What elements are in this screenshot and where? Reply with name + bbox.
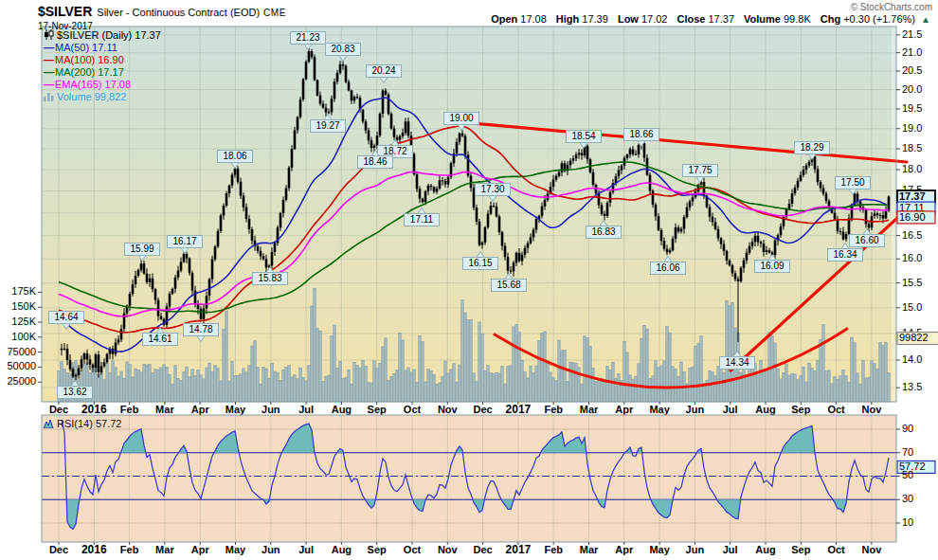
month-label: Sep	[791, 404, 810, 415]
legend-ma100-label: MA(100) 16.90	[55, 54, 124, 65]
month-label: Sep	[791, 544, 810, 555]
annotation-text: 18.29	[800, 142, 823, 153]
annotation-text: 16.09	[760, 261, 784, 271]
month-label: Nov	[862, 404, 883, 415]
price-tick-label: 20.5	[902, 64, 922, 76]
rsi-legend: RSI(14) 57.72	[44, 418, 121, 429]
open-label: Open	[491, 13, 517, 25]
month-label: Jun	[686, 404, 705, 415]
month-label: 2016	[81, 403, 107, 416]
rsi-tick-label: 90	[902, 423, 913, 434]
month-label: Jul	[723, 544, 738, 555]
close-label: Close	[677, 13, 706, 25]
annotation-text: 21.23	[296, 32, 319, 43]
month-label: Apr	[615, 544, 634, 555]
rsi-tick-label: 50	[902, 469, 913, 480]
legend-volume-label: Volume 99,822	[57, 91, 126, 102]
month-label: Mar	[155, 404, 174, 415]
volume-tick-label: 75000	[7, 346, 36, 357]
price-tick-label: 15.0	[902, 301, 922, 313]
legend-main-row: $SILVER (Daily) 17.37	[44, 29, 161, 42]
month-label: Dec	[49, 544, 68, 555]
axis-tag-text: 99822	[899, 332, 929, 343]
volume-tick-label: 25000	[7, 375, 36, 387]
axis-tag-text: 16.90	[899, 211, 926, 223]
month-label: Sep	[368, 544, 387, 555]
annotation-text: 20.83	[331, 44, 354, 54]
price-tick-label: 13.5	[902, 381, 922, 392]
axis-price-tag: 16.90	[897, 211, 935, 224]
price-tick-label: 16.5	[902, 229, 922, 241]
month-label: May	[225, 544, 246, 555]
high-label: High	[556, 13, 579, 25]
annotation-text: 16.17	[172, 236, 196, 246]
month-label: 2016	[81, 543, 107, 556]
annotation-text: 14.61	[148, 334, 171, 344]
month-label: Nov	[438, 544, 459, 555]
copyright-link[interactable]: © StockCharts.com	[851, 2, 932, 12]
price-tick-label: 19.0	[902, 122, 922, 134]
annotation-text: 14.64	[54, 312, 78, 322]
annotation-text: 15.83	[258, 273, 281, 283]
line-swatch-icon: —	[44, 66, 54, 78]
change-value: +0.30 (+1.76%)	[843, 13, 915, 25]
rsi-legend-label: RSI(14) 57.72	[57, 418, 121, 429]
annotation-text: 13.62	[63, 387, 86, 397]
month-label: Feb	[544, 404, 563, 415]
quote-line: Open17.08 High17.39 Low17.02 Close17.37 …	[484, 13, 930, 25]
month-label: Mar	[155, 544, 174, 555]
annotation-text: 16.34	[833, 249, 857, 260]
legend-ma200-label: MA(200) 17.17	[55, 66, 124, 78]
month-label: Apr	[615, 404, 634, 415]
price-tick-label: 20.0	[902, 83, 922, 95]
chart-title: Silver - Continuous Contract (EOD)	[97, 7, 260, 18]
chart-legend: $SILVER (Daily) 17.37 —MA(50) 17.11 —MA(…	[44, 29, 161, 103]
rsi-tick-label: 10	[902, 516, 913, 528]
legend-ma100-row: —MA(100) 16.90	[44, 54, 161, 66]
month-label: Jun	[262, 544, 280, 555]
open-value: 17.08	[520, 13, 547, 25]
volume-tick-label: 175K	[11, 285, 36, 297]
month-label: Apr	[191, 404, 210, 415]
annotation-text: 16.60	[855, 235, 878, 245]
line-swatch-icon: —	[44, 79, 54, 90]
chart-header: $SILVERSilver - Continuous Contract (EOD…	[38, 3, 286, 31]
annotation-text: 17.50	[840, 177, 864, 188]
symbol: $SILVER	[38, 4, 92, 19]
annotation-text: 17.75	[688, 165, 712, 175]
price-tick-label: 18.0	[902, 163, 922, 174]
legend-ma200-row: —MA(200) 17.17	[44, 66, 161, 79]
candlestick-icon	[44, 29, 54, 40]
change-label: Chg	[821, 13, 840, 25]
month-label: Jun	[262, 404, 280, 415]
month-label: Oct	[827, 544, 845, 555]
annotation-text: 14.78	[189, 324, 212, 334]
annotation-text: 16.83	[591, 226, 615, 237]
month-label: Sep	[368, 404, 387, 415]
annotation-text: 18.06	[223, 151, 246, 161]
month-label: Jul	[723, 404, 738, 415]
exchange-label: CME	[263, 8, 286, 18]
price-tick-label: 21.0	[902, 46, 922, 58]
volume-value: 99.8K	[784, 13, 811, 25]
legend-ema165-label: EMA(165) 17.08	[55, 79, 131, 90]
month-label: Dec	[474, 404, 493, 415]
month-label: Feb	[544, 544, 563, 555]
month-label: Mar	[580, 404, 599, 415]
annotation-text: 17.30	[480, 184, 504, 194]
annotation-text: 15.68	[496, 280, 520, 290]
line-swatch-icon: —	[44, 54, 54, 65]
month-label: Oct	[404, 544, 422, 555]
change-up-arrow-icon: ▲	[921, 14, 930, 25]
legend-main-label: $SILVER (Daily) 17.37	[57, 29, 161, 41]
volume-tick-label: 100K	[11, 331, 36, 342]
price-tick-label: 18.5	[902, 142, 922, 154]
month-label: May	[649, 544, 670, 555]
month-label: Feb	[120, 544, 139, 555]
annotation-text: 19.27	[316, 120, 339, 131]
month-label: 2017	[506, 403, 532, 416]
low-value: 17.02	[641, 13, 668, 25]
annotation-text: 17.11	[410, 214, 434, 225]
annotation-text: 18.66	[629, 129, 653, 139]
annotation-text: 16.15	[468, 258, 492, 268]
